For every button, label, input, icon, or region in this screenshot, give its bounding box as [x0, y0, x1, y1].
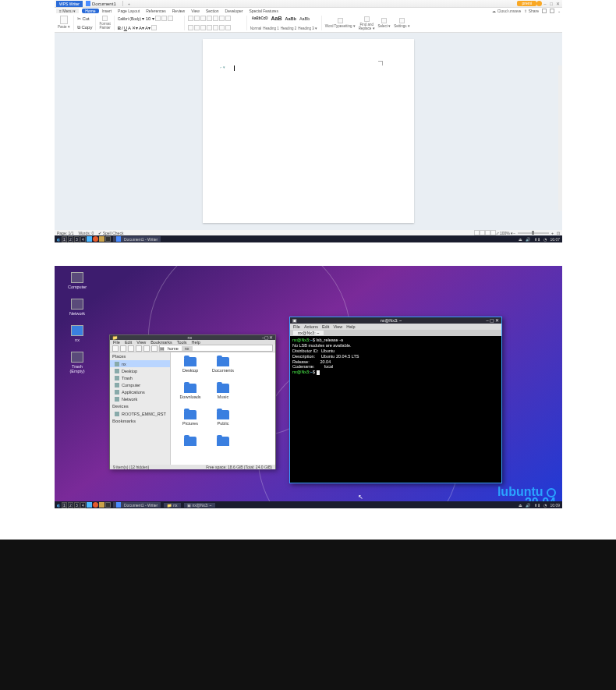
folder-launcher-icon[interactable] — [99, 502, 104, 508]
close-button[interactable]: ✕ — [494, 318, 499, 323]
fit-page-icon[interactable]: ⊡ — [557, 231, 560, 235]
status-page[interactable]: Page: 1/1 — [57, 231, 73, 235]
page-canvas[interactable]: ⌐ ▾ — [203, 39, 414, 223]
terminal-launcher-icon[interactable] — [105, 502, 111, 508]
network-icon[interactable]: ⬆⬇ — [534, 237, 540, 242]
folder-public[interactable]: Public — [207, 409, 239, 435]
sidebar-item-rootfs[interactable]: ROOTFS_EMMC_RST — [110, 410, 170, 417]
fm-file-grid[interactable]: Desktop Documents Downloads Music Pictur… — [171, 352, 275, 465]
sidebar-item-computer[interactable]: Computer — [110, 381, 170, 388]
line-spacing-button[interactable] — [213, 25, 218, 30]
change-case-button[interactable] — [168, 16, 173, 21]
taskbar-task-fm[interactable]: 📁nx — [164, 503, 180, 508]
breadcrumb[interactable]: ▤ home nx — [159, 345, 273, 352]
terminal-output[interactable]: nx@Nx3:~$ lsb_release -a No LSB modules … — [290, 336, 501, 483]
sidebar-item-desktop[interactable]: Desktop — [110, 367, 170, 374]
files-launcher-icon[interactable] — [87, 236, 92, 242]
term-menu-help[interactable]: Help — [346, 324, 355, 329]
reload-button[interactable] — [143, 345, 150, 352]
page-margin-handle[interactable]: ⌐ ▾ — [220, 65, 225, 69]
taskbar-task-terminal[interactable]: ▣nx@Nx3: ~ — [184, 503, 215, 508]
clear-format-button[interactable] — [151, 25, 157, 30]
ribbon-tab-references[interactable]: References — [143, 9, 169, 13]
extra-icon-2[interactable] — [550, 9, 554, 13]
folder-videos[interactable] — [207, 435, 239, 462]
sidebar-item-network[interactable]: Network — [110, 395, 170, 402]
term-menu-actions[interactable]: Actions — [304, 324, 318, 329]
font-name-select[interactable]: Calibri (Body) — [118, 16, 141, 21]
minimize-button[interactable]: – — [542, 2, 548, 6]
lubuntu-desktop[interactable]: lubuntu 20.04 Computer Network nx Trash … — [55, 266, 562, 508]
workspace-3[interactable]: 3 — [74, 502, 80, 508]
volume-icon[interactable]: 🔊 — [526, 503, 530, 508]
go-premium-button[interactable]: premi — [517, 1, 536, 6]
folder-music[interactable]: Music — [207, 382, 239, 409]
ribbon-tab-home[interactable]: Home — [82, 9, 98, 13]
ribbon-collapse-icon[interactable]: ⌄ — [558, 9, 561, 13]
back-button[interactable] — [120, 345, 126, 352]
folder-desktop[interactable]: Desktop — [174, 356, 207, 382]
sort-button[interactable] — [219, 16, 225, 21]
numbering-button[interactable] — [194, 16, 200, 21]
folder-templates[interactable] — [174, 435, 207, 462]
sidebar-item-applications[interactable]: Applications — [110, 388, 170, 395]
system-tray[interactable]: ⏏ 🔊 ⬆⬇ ◔ 16:07 — [516, 237, 560, 242]
workspace-2[interactable]: 2 — [68, 236, 73, 242]
ribbon-tab-view[interactable]: View — [188, 9, 203, 13]
desktop-icon-computer[interactable]: Computer — [64, 272, 90, 289]
desktop-icon-trash[interactable]: Trash (Empty) — [64, 352, 90, 373]
borders-button[interactable] — [225, 25, 231, 30]
sidebar-item-nx[interactable]: nx — [110, 360, 170, 367]
folder-downloads[interactable]: Downloads — [174, 382, 207, 409]
view-mode-outline-icon[interactable] — [485, 230, 490, 235]
term-menu-file[interactable]: File — [293, 324, 300, 329]
maximize-button[interactable]: □ — [548, 2, 554, 6]
extra-icon-1[interactable] — [542, 9, 547, 13]
folder-launcher-icon[interactable] — [99, 236, 104, 242]
firefox-launcher-icon[interactable] — [93, 236, 98, 242]
close-button[interactable]: ✕ — [554, 1, 561, 6]
folder-documents[interactable]: Documents — [207, 356, 239, 382]
status-spellcheck[interactable]: ✔ Spell Check — [98, 231, 123, 235]
align-left-button[interactable] — [188, 25, 193, 30]
ribbon-tab-developer[interactable]: Developer — [222, 9, 246, 13]
align-right-button[interactable] — [200, 25, 206, 30]
crumb-nx[interactable]: nx — [182, 346, 193, 351]
removable-media-icon[interactable]: ⏏ — [519, 237, 522, 242]
text-effect-button[interactable]: ✕▾ — [132, 25, 138, 30]
zoom-value[interactable]: ⤢ 100% ▾ — [496, 231, 514, 235]
format-painter-button[interactable]: Format Painter — [99, 16, 110, 30]
term-menu-edit[interactable]: Edit — [322, 324, 329, 329]
style-gallery[interactable]: AaBbCcD AaB AaBb AaBb — [250, 16, 318, 21]
ribbon-tab-section[interactable]: Section — [203, 9, 222, 13]
share-button[interactable]: ⇪ Share — [524, 9, 539, 13]
shrink-font-button[interactable] — [161, 16, 167, 21]
highlight-button[interactable]: A▾ — [139, 25, 144, 30]
view-mode-read-icon[interactable] — [490, 230, 496, 235]
select-button[interactable]: Select ▾ — [378, 16, 391, 30]
workspace-4[interactable]: 4 — [80, 502, 86, 508]
home-button[interactable] — [151, 345, 158, 352]
taskbar-task-writer[interactable]: Document1 - Writer — [113, 502, 161, 508]
taskbar-task-writer[interactable]: Document1 - Writer — [113, 236, 161, 242]
settings-button[interactable]: Settings ▾ — [394, 16, 410, 30]
firefox-launcher-icon[interactable] — [93, 502, 98, 508]
paste-button[interactable]: Paste ▾ — [58, 16, 70, 29]
align-center-button[interactable] — [194, 25, 200, 30]
zoom-slider[interactable] — [518, 232, 549, 234]
clock[interactable]: 16:09 — [550, 503, 560, 508]
italic-button[interactable]: I — [122, 26, 123, 30]
ribbon-tab-insert[interactable]: Insert — [99, 9, 115, 13]
increase-indent-button[interactable] — [213, 16, 218, 21]
vertical-scrollbar[interactable] — [558, 65, 562, 211]
desktop-icon-network[interactable]: Network — [64, 299, 90, 316]
terminal-launcher-icon[interactable] — [105, 236, 111, 242]
ribbon-tab-review[interactable]: Review — [169, 9, 188, 13]
term-title-bar[interactable]: ▣ nx@Nx3: ~ – ▢ ✕ — [290, 317, 501, 324]
new-tab-button[interactable] — [112, 345, 119, 352]
ribbon-tab-page-layout[interactable]: Page Layout — [115, 9, 143, 13]
copy-button[interactable]: ⧉ Copy — [77, 25, 93, 30]
new-tab-button[interactable]: + — [123, 2, 136, 6]
workspace-2[interactable]: 2 — [68, 502, 73, 508]
multilevel-button[interactable] — [200, 16, 206, 21]
